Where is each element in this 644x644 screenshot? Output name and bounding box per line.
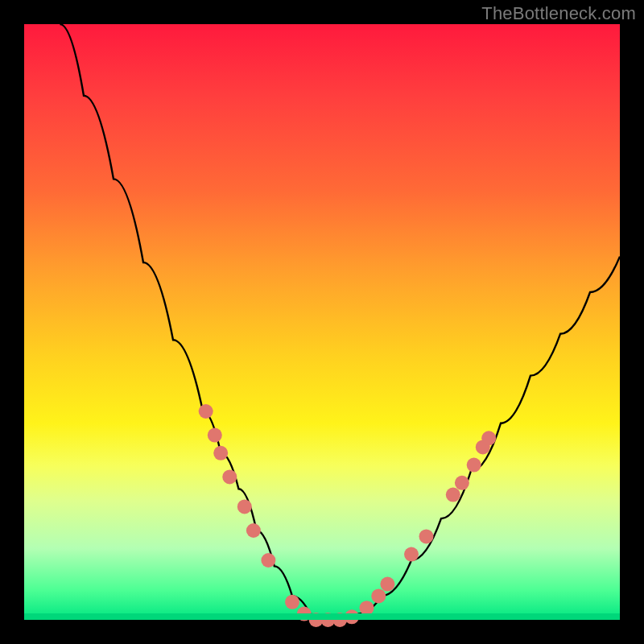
marker-point [246,523,261,538]
marker-point [419,529,434,543]
highlighted-points-group [199,404,497,627]
marker-point [380,577,394,592]
marker-point [199,404,213,419]
chart-overlay [24,24,620,620]
marker-point [285,595,299,609]
chart-frame: TheBottleneck.com [0,0,644,644]
marker-point [208,428,222,443]
marker-point [467,458,481,473]
bottom-band [24,613,620,620]
marker-point [481,431,496,445]
marker-point [213,446,228,460]
bottleneck-curve [60,24,620,620]
marker-point [360,601,374,615]
marker-point [371,588,386,603]
marker-point [404,547,419,562]
marker-point [446,488,460,502]
marker-point [237,499,252,514]
marker-point [455,476,469,490]
watermark-text: TheBottleneck.com [481,3,636,24]
marker-point [261,553,275,568]
marker-point [222,469,237,484]
